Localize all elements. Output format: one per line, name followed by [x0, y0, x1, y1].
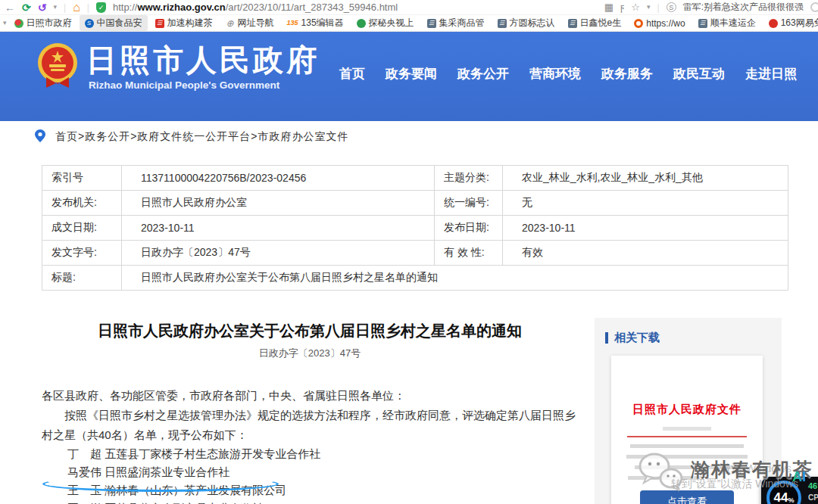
meta-label: 索引号	[42, 166, 122, 191]
meta-value: 日政办字〔2023〕47号	[122, 241, 435, 266]
list-item: 王 增 五莲县董家农副产品专业合作社	[42, 499, 578, 504]
bookmark[interactable]: ☰加速构建茶	[150, 15, 218, 31]
bookmark[interactable]: ☰顺丰速运企	[693, 15, 761, 31]
article-paragraph: 按照《日照市乡村之星选拔管理办法》规定的选拔方法和程序，经市政府同意，评选确定第…	[42, 406, 578, 425]
qr-code-icon[interactable]: ▦	[604, 2, 614, 13]
meta-value: 无	[503, 191, 788, 216]
bookmarks-caret-icon[interactable]: ▾	[3, 20, 7, 26]
back-icon[interactable]: ←	[5, 2, 15, 13]
orange-ring-icon	[634, 19, 643, 28]
panel-title: 相关下载	[614, 331, 660, 345]
site-safety-shield-icon[interactable]: ✓	[96, 2, 106, 13]
nav-about[interactable]: 走进日照	[745, 65, 797, 82]
preview-text-line	[630, 444, 744, 448]
browser-toolbar: ← ⟳ ↺ ▾ | ⌂ | ✓ http://www.rizhao.gov.cn…	[0, 0, 818, 15]
bookmark[interactable]: S中国食品安	[80, 15, 148, 31]
article-salutation: 各区县政府、各功能区管委，市政府各部门，中央、省属驻日照各单位：	[42, 386, 578, 406]
meta-label: 有 效 性:	[435, 241, 503, 266]
award-name-list: 丁 超 五莲县丁家楼子村生态旅游开发专业合作社 马爱伟 日照盛润茶业专业合作社 …	[42, 445, 578, 504]
meta-label: 主题分类:	[435, 166, 503, 191]
highlight-marker	[42, 476, 279, 492]
favorite-star-icon[interactable]: ☆	[631, 2, 640, 13]
bookmark[interactable]: 135135编辑器	[282, 15, 349, 31]
meta-label: 发布日期:	[435, 216, 503, 241]
panel-header: 相关下载	[605, 331, 782, 345]
divider: |	[657, 2, 660, 13]
site-header: 日照市人民政府 Rizhao Municipal People's Govern…	[0, 32, 818, 121]
meta-value: 日照市人民政府办公室关于公布第八届日照乡村之星名单的通知	[122, 266, 788, 291]
nav-news[interactable]: 政务要闻	[386, 65, 437, 82]
breadcrumb-bar: 首页>政务公开>政府文件统一公开平台>市政府办公室文件	[0, 121, 818, 153]
toolbar-edge-icon[interactable]	[810, 2, 818, 12]
bookmark[interactable]: https://wo	[629, 17, 690, 30]
meta-label: 统一编号:	[435, 191, 503, 216]
bookmark[interactable]: ☰方圆标志认	[492, 15, 560, 31]
meta-label: 标题:	[42, 266, 122, 291]
doc-icon: ☰	[498, 19, 507, 28]
divider: |	[87, 2, 89, 13]
red-square-icon: ☰	[155, 19, 164, 28]
globe-icon: ⊕	[226, 19, 235, 28]
meta-label: 发文字号:	[42, 241, 122, 266]
undo-icon[interactable]: ↺	[38, 2, 47, 13]
accent-bar	[605, 332, 608, 344]
flash-icon[interactable]: ϝ	[620, 2, 624, 13]
refresh-icon[interactable]: ⟳	[22, 2, 31, 13]
bookmark[interactable]: 日照市政府	[9, 15, 77, 31]
135-icon: 135	[287, 19, 298, 28]
meta-value: 有效	[503, 241, 788, 266]
meta-value: 农业_林业_水利,农业_林业_水利_其他	[503, 166, 788, 191]
address-bar[interactable]: http://www.rizhao.gov.cn/art/2023/10/11/…	[113, 2, 398, 13]
meta-value: 日照市人民政府办公室	[122, 191, 435, 216]
doc-icon: ☰	[427, 19, 436, 28]
divider: |	[64, 2, 66, 13]
site-title-english: Rizhao Municipal People's Government	[89, 79, 279, 91]
bookmarks-bar: ▾ 日照市政府 S中国食品安 ☰加速构建茶 ⊕网址导航 135135编辑器 探秘…	[0, 15, 818, 32]
chevron-down-icon[interactable]: ▾	[647, 4, 651, 11]
home-icon[interactable]: ⌂	[73, 2, 80, 14]
table-row: 成文日期: 2023-10-11 发布日期: 2023-10-11	[42, 216, 788, 241]
list-item: 丁 超 五莲县丁家楼子村生态旅游开发专业合作社	[42, 445, 578, 463]
nav-open-gov[interactable]: 政务公开	[457, 65, 509, 82]
table-row: 索引号 11371100004220756B/2023-02456 主题分类: …	[42, 166, 788, 191]
document-meta-table: 索引号 11371100004220756B/2023-02456 主题分类: …	[42, 165, 788, 291]
meta-value: 2023-10-11	[503, 216, 788, 241]
bookmark[interactable]: ⊕网址导航	[220, 15, 279, 31]
windows-activation-line2: 转到“设置”以激活 Windows	[671, 478, 798, 491]
news-ticker[interactable]: 雷军:别着急这次产品很很很强	[683, 1, 804, 14]
doc-icon: ☰	[698, 19, 707, 28]
preview-meta-line	[663, 427, 711, 431]
cpu-temperature: 46°	[808, 481, 818, 490]
preview-red-rule	[627, 436, 747, 437]
bookmark[interactable]: ☰日鑫悦e生	[563, 15, 627, 31]
meta-value: 11371100004220756B/2023-02456	[122, 166, 435, 191]
cpu-label: CPU	[808, 493, 818, 502]
bookmark[interactable]: ☰集采商品管	[422, 15, 490, 31]
table-row: 发文字号: 日政办字〔2023〕47号 有 效 性: 有效	[42, 241, 788, 266]
red-circle-icon	[769, 19, 778, 28]
table-row: 标题: 日照市人民政府办公室关于公布第八届日照乡村之星名单的通知	[42, 266, 788, 291]
nav-services[interactable]: 政务服务	[601, 65, 653, 82]
undo-caret-icon[interactable]: ▾	[53, 4, 57, 11]
article-doc-number: 日政办字〔2023〕47号	[42, 347, 578, 360]
national-emblem	[36, 42, 79, 92]
gov-badge-icon	[14, 19, 23, 28]
nav-business[interactable]: 营商环境	[529, 65, 581, 82]
preview-heading: 日照市人民政府文件	[611, 403, 763, 417]
doc-icon: ☰	[568, 19, 577, 28]
nav-home[interactable]: 首页	[339, 65, 365, 82]
meta-label: 发布机关:	[42, 191, 122, 216]
meta-value: 2023-10-11	[122, 216, 435, 241]
bookmark[interactable]: 探秘央视上	[351, 15, 420, 31]
main-nav: 首页 政务要闻 政务公开 营商环境 政务服务 政民互动 走进日照	[339, 65, 797, 82]
location-pin-icon	[35, 129, 45, 145]
article-paragraph: 村之星（共40名）名单，现予公布如下：	[42, 425, 578, 445]
meta-label: 成文日期:	[42, 216, 122, 241]
breadcrumb[interactable]: 首页>政务公开>政府文件统一公开平台>市政府办公室文件	[55, 130, 349, 144]
bookmark[interactable]: 163网易免	[763, 15, 818, 31]
site-title: 日照市人民政府	[86, 39, 320, 81]
green-circle-icon	[357, 19, 366, 28]
table-row: 发布机关: 日照市人民政府办公室 统一编号: 无	[42, 191, 788, 216]
news-source-icon[interactable]: S	[667, 2, 676, 12]
nav-interaction[interactable]: 政民互动	[673, 65, 725, 82]
